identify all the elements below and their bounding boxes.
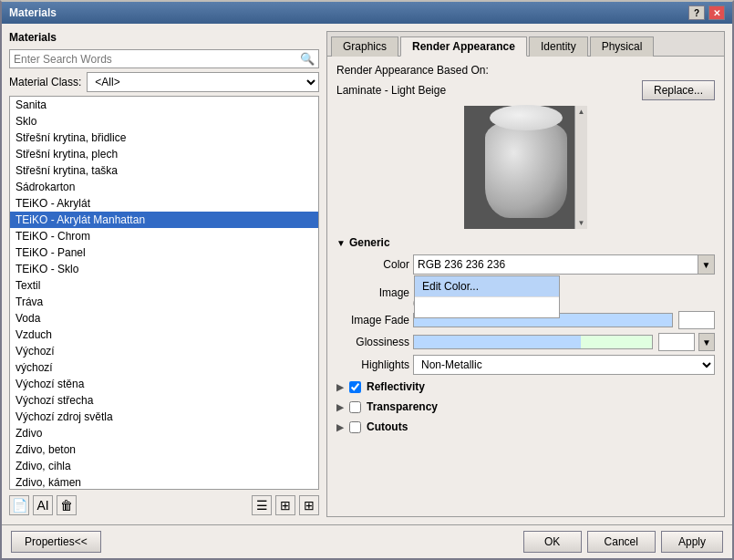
list-item[interactable]: Voda <box>10 310 318 327</box>
cutouts-label: Cutouts <box>367 420 408 433</box>
cutouts-checkbox[interactable] <box>349 421 361 433</box>
grid-view-button[interactable]: ⊞ <box>275 495 295 515</box>
cutouts-arrow-icon: ▶ <box>336 422 344 432</box>
transparency-header[interactable]: ▶ Transparency <box>336 399 715 415</box>
transparency-label: Transparency <box>367 400 438 413</box>
tab-identity[interactable]: Identity <box>529 36 588 57</box>
glossiness-fill <box>414 336 581 348</box>
window-title: Materials <box>9 6 57 19</box>
list-tool-right: ☰ ⊞ ⊞ <box>252 495 319 515</box>
laminate-row: Laminate - Light Beige Replace... <box>336 80 715 100</box>
image-fade-value[interactable]: 100 <box>678 311 715 329</box>
left-panel: Materials 🔍 Material Class: <All> Generi… <box>9 31 319 517</box>
list-item[interactable]: Výchozí střecha <box>10 392 318 409</box>
large-grid-button[interactable]: ⊞ <box>299 495 319 515</box>
list-item[interactable]: Výchozí <box>10 343 318 359</box>
reflectivity-section: ▶ Reflectivity <box>336 379 715 395</box>
properties-button[interactable]: Properties<< <box>11 531 101 553</box>
preview-top <box>490 105 563 130</box>
tab-physical[interactable]: Physical <box>590 36 655 57</box>
list-item[interactable]: Střešní krytina, plech <box>10 146 318 162</box>
bottom-bar: Properties<< OK Cancel Apply <box>2 524 732 558</box>
list-item[interactable]: Výchozí zdroj světla <box>10 409 318 425</box>
tab-content: Render Appearance Based On: Laminate - L… <box>327 57 724 516</box>
color-dropdown[interactable]: RGB 236 236 236 ▼ Edit Color... <box>413 254 715 275</box>
color-label: Color <box>336 258 409 271</box>
close-button[interactable]: ✕ <box>708 5 725 20</box>
reflectivity-checkbox[interactable] <box>349 381 361 393</box>
material-class-label: Material Class: <box>9 76 81 88</box>
scroll-up-arrow[interactable]: ▲ <box>576 106 587 118</box>
generic-section-label: Generic <box>349 236 390 249</box>
list-item[interactable]: TEiKO - Akrylát Manhattan <box>10 212 318 228</box>
list-view-button[interactable]: ☰ <box>252 495 272 515</box>
delete-button[interactable]: 🗑 <box>57 495 77 515</box>
material-class-select[interactable]: <All> Generic Metal Wood Stone <box>87 72 319 92</box>
list-item[interactable]: Zdivo, beton <box>10 441 318 458</box>
transparency-checkbox[interactable] <box>349 401 361 413</box>
list-item[interactable]: Výchozí stěna <box>10 376 318 392</box>
list-item[interactable]: Sádrokarton <box>10 179 318 195</box>
new-material-button[interactable]: 📄 <box>9 495 29 515</box>
tab-render-appearance[interactable]: Render Appearance <box>400 36 527 57</box>
color-text-input[interactable] <box>415 296 559 317</box>
generic-section: ▼ Generic Color RGB 236 236 236 ▼ Edit C… <box>336 236 715 435</box>
list-toolbar: 📄 AI 🗑 ☰ ⊞ ⊞ <box>9 493 319 517</box>
cutouts-section: ▶ Cutouts <box>336 419 715 435</box>
list-item[interactable]: Střešní krytina, taška <box>10 162 318 179</box>
search-row: 🔍 <box>9 49 319 68</box>
list-item[interactable]: TEiKO - Chrom <box>10 228 318 244</box>
list-item[interactable]: TEiKO - Sklo <box>10 261 318 277</box>
list-item[interactable]: výchozí <box>10 359 318 376</box>
ok-button[interactable]: OK <box>523 531 582 553</box>
duplicate-button[interactable]: AI <box>33 495 53 515</box>
glossiness-row: Glossiness 70 ▼ <box>336 333 715 351</box>
search-input[interactable] <box>14 53 300 66</box>
main-content: Materials 🔍 Material Class: <All> Generi… <box>2 24 732 524</box>
cutouts-header[interactable]: ▶ Cutouts <box>336 419 715 435</box>
help-button[interactable]: ? <box>688 5 705 20</box>
apply-button[interactable]: Apply <box>661 531 723 553</box>
materials-list: SanitaSkloStřešní krytina, břidliceStřeš… <box>9 96 319 490</box>
highlights-label: Highlights <box>336 358 409 371</box>
edit-color-popup: Edit Color... <box>414 275 560 318</box>
edit-color-button[interactable]: Edit Color... <box>415 276 559 296</box>
list-item[interactable]: Zdivo, kámen <box>10 474 318 490</box>
list-item[interactable]: Zdivo, cihla <box>10 458 318 474</box>
list-item[interactable]: Textil <box>10 277 318 294</box>
scroll-down-arrow[interactable]: ▼ <box>576 217 587 229</box>
list-item[interactable]: Vzduch <box>10 327 318 343</box>
cancel-button[interactable]: Cancel <box>587 531 656 553</box>
tab-graphics[interactable]: Graphics <box>331 36 398 57</box>
title-bar: Materials ? ✕ <box>2 2 732 24</box>
color-dropdown-button[interactable]: ▼ <box>698 255 714 274</box>
list-item[interactable]: Tráva <box>10 294 318 310</box>
highlights-select[interactable]: Non-Metallic Metallic <box>413 355 715 375</box>
reflectivity-header[interactable]: ▶ Reflectivity <box>336 379 715 395</box>
transparency-arrow-icon: ▶ <box>336 402 344 412</box>
glossiness-slider[interactable] <box>413 335 653 349</box>
glossiness-label: Glossiness <box>336 336 409 348</box>
panel-label: Materials <box>9 31 319 44</box>
image-fade-label: Image Fade <box>336 314 409 327</box>
list-item[interactable]: Sanita <box>10 97 318 113</box>
glossiness-dropdown-btn[interactable]: ▼ <box>698 333 715 351</box>
list-item[interactable]: TEiKO - Akrylát <box>10 195 318 212</box>
replace-button[interactable]: Replace... <box>642 80 715 100</box>
list-item[interactable]: TEiKO - Panel <box>10 244 318 261</box>
dialog-buttons: OK Cancel Apply <box>523 531 723 553</box>
reflectivity-label: Reflectivity <box>367 380 425 393</box>
title-bar-controls: ? ✕ <box>688 5 725 20</box>
list-item[interactable]: Sklo <box>10 113 318 130</box>
generic-arrow-icon: ▼ <box>336 238 346 248</box>
list-item[interactable]: Zdivo <box>10 425 318 441</box>
color-row: Color RGB 236 236 236 ▼ Edit Color... <box>336 254 715 275</box>
glossiness-value[interactable]: 70 <box>658 333 695 351</box>
list-item[interactable]: Střešní krytina, břidlice <box>10 130 318 146</box>
main-window: Materials ? ✕ Materials 🔍 Material Class… <box>0 0 734 560</box>
material-class-row: Material Class: <All> Generic Metal Wood… <box>9 72 319 92</box>
preview-scrollbar[interactable]: ▲ ▼ <box>574 106 587 229</box>
search-icon: 🔍 <box>300 52 315 66</box>
image-label: Image <box>336 286 409 299</box>
generic-section-header[interactable]: ▼ Generic <box>336 236 715 249</box>
